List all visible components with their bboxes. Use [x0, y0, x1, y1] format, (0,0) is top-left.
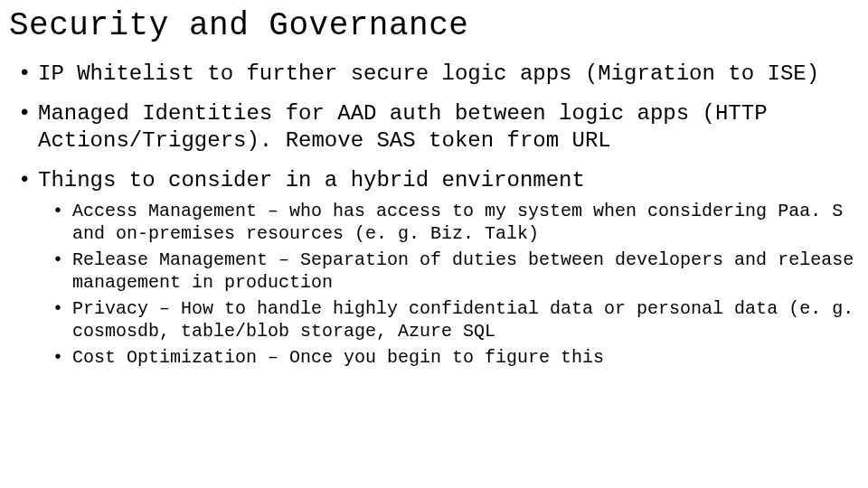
sub-bullet-list: Access Management – who has access to my…	[38, 200, 859, 369]
sub-bullet-item: Release Management – Separation of dutie…	[69, 249, 859, 294]
bullet-item: IP Whitelist to further secure logic app…	[34, 61, 859, 88]
bullet-text: Things to consider in a hybrid environme…	[38, 168, 585, 192]
sub-bullet-item: Cost Optimization – Once you begin to fi…	[69, 346, 859, 369]
bullet-list: IP Whitelist to further secure logic app…	[9, 61, 859, 369]
slide: Security and Governance IP Whitelist to …	[0, 0, 868, 369]
sub-bullet-item: Access Management – who has access to my…	[69, 200, 859, 245]
sub-bullet-item: Privacy – How to handle highly confident…	[69, 297, 859, 343]
slide-title: Security and Governance	[9, 7, 859, 44]
bullet-item: Things to consider in a hybrid environme…	[34, 167, 859, 369]
bullet-item: Managed Identities for AAD auth between …	[34, 100, 859, 155]
